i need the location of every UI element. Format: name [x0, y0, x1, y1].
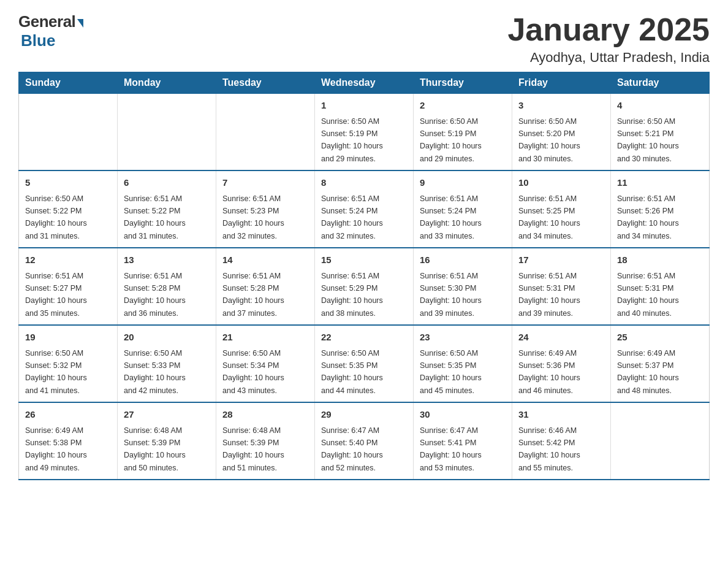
day-info: Sunrise: 6:50 AM Sunset: 5:35 PM Dayligh… — [321, 349, 383, 395]
column-header-saturday: Saturday — [611, 72, 710, 94]
day-info: Sunrise: 6:47 AM Sunset: 5:41 PM Dayligh… — [420, 426, 482, 472]
day-number: 27 — [124, 408, 210, 422]
day-info: Sunrise: 6:51 AM Sunset: 5:28 PM Dayligh… — [222, 272, 284, 318]
day-cell: 19Sunrise: 6:50 AM Sunset: 5:32 PM Dayli… — [19, 325, 118, 402]
day-cell: 26Sunrise: 6:49 AM Sunset: 5:38 PM Dayli… — [19, 402, 118, 480]
calendar-title: January 2025 — [507, 12, 710, 47]
day-cell: 24Sunrise: 6:49 AM Sunset: 5:36 PM Dayli… — [512, 325, 611, 402]
day-number: 1 — [321, 99, 407, 113]
day-cell: 16Sunrise: 6:51 AM Sunset: 5:30 PM Dayli… — [414, 248, 512, 325]
day-cell: 4Sunrise: 6:50 AM Sunset: 5:21 PM Daylig… — [611, 94, 710, 171]
day-cell: 27Sunrise: 6:48 AM Sunset: 5:39 PM Dayli… — [118, 402, 216, 480]
calendar-header-row: SundayMondayTuesdayWednesdayThursdayFrid… — [19, 72, 710, 94]
day-number: 12 — [25, 253, 111, 267]
logo-arrow-icon — [77, 19, 83, 28]
day-number: 20 — [124, 331, 210, 345]
day-cell: 18Sunrise: 6:51 AM Sunset: 5:31 PM Dayli… — [611, 248, 710, 325]
day-info: Sunrise: 6:50 AM Sunset: 5:32 PM Dayligh… — [25, 349, 87, 395]
day-info: Sunrise: 6:51 AM Sunset: 5:24 PM Dayligh… — [420, 194, 482, 240]
day-cell — [611, 402, 710, 480]
column-header-wednesday: Wednesday — [315, 72, 414, 94]
day-info: Sunrise: 6:47 AM Sunset: 5:40 PM Dayligh… — [321, 426, 383, 472]
day-number: 21 — [222, 331, 308, 345]
day-cell: 8Sunrise: 6:51 AM Sunset: 5:24 PM Daylig… — [315, 170, 414, 248]
day-number: 13 — [124, 253, 210, 267]
day-number: 3 — [518, 99, 604, 113]
day-number: 31 — [518, 408, 604, 422]
day-number: 22 — [321, 331, 407, 345]
week-row-5: 26Sunrise: 6:49 AM Sunset: 5:38 PM Dayli… — [19, 402, 710, 480]
day-cell: 25Sunrise: 6:49 AM Sunset: 5:37 PM Dayli… — [611, 325, 710, 402]
week-row-3: 12Sunrise: 6:51 AM Sunset: 5:27 PM Dayli… — [19, 248, 710, 325]
week-row-1: 1Sunrise: 6:50 AM Sunset: 5:19 PM Daylig… — [19, 94, 710, 171]
day-info: Sunrise: 6:50 AM Sunset: 5:19 PM Dayligh… — [420, 117, 482, 163]
day-info: Sunrise: 6:46 AM Sunset: 5:42 PM Dayligh… — [518, 426, 580, 472]
day-cell — [19, 94, 118, 171]
day-info: Sunrise: 6:50 AM Sunset: 5:20 PM Dayligh… — [518, 117, 580, 163]
day-info: Sunrise: 6:50 AM Sunset: 5:34 PM Dayligh… — [222, 349, 284, 395]
day-cell: 9Sunrise: 6:51 AM Sunset: 5:24 PM Daylig… — [414, 170, 512, 248]
day-cell: 5Sunrise: 6:50 AM Sunset: 5:22 PM Daylig… — [19, 170, 118, 248]
day-cell: 20Sunrise: 6:50 AM Sunset: 5:33 PM Dayli… — [118, 325, 216, 402]
day-number: 7 — [222, 176, 308, 190]
day-number: 11 — [617, 176, 703, 190]
day-info: Sunrise: 6:51 AM Sunset: 5:25 PM Dayligh… — [518, 194, 580, 240]
day-info: Sunrise: 6:51 AM Sunset: 5:30 PM Dayligh… — [420, 272, 482, 318]
day-number: 29 — [321, 408, 407, 422]
day-info: Sunrise: 6:49 AM Sunset: 5:37 PM Dayligh… — [617, 349, 679, 395]
column-header-thursday: Thursday — [414, 72, 512, 94]
day-cell: 10Sunrise: 6:51 AM Sunset: 5:25 PM Dayli… — [512, 170, 611, 248]
day-number: 19 — [25, 331, 111, 345]
column-header-monday: Monday — [118, 72, 216, 94]
day-cell — [118, 94, 216, 171]
day-number: 10 — [518, 176, 604, 190]
day-info: Sunrise: 6:51 AM Sunset: 5:29 PM Dayligh… — [321, 272, 383, 318]
day-number: 16 — [420, 253, 506, 267]
title-area: January 2025 Ayodhya, Uttar Pradesh, Ind… — [507, 12, 710, 66]
day-info: Sunrise: 6:51 AM Sunset: 5:22 PM Dayligh… — [124, 194, 186, 240]
day-info: Sunrise: 6:50 AM Sunset: 5:19 PM Dayligh… — [321, 117, 383, 163]
day-cell: 22Sunrise: 6:50 AM Sunset: 5:35 PM Dayli… — [315, 325, 414, 402]
day-cell: 30Sunrise: 6:47 AM Sunset: 5:41 PM Dayli… — [414, 402, 512, 480]
day-info: Sunrise: 6:48 AM Sunset: 5:39 PM Dayligh… — [124, 426, 186, 472]
day-cell: 17Sunrise: 6:51 AM Sunset: 5:31 PM Dayli… — [512, 248, 611, 325]
logo: General Blue — [18, 12, 83, 50]
day-cell: 6Sunrise: 6:51 AM Sunset: 5:22 PM Daylig… — [118, 170, 216, 248]
day-info: Sunrise: 6:51 AM Sunset: 5:27 PM Dayligh… — [25, 272, 87, 318]
day-number: 9 — [420, 176, 506, 190]
week-row-4: 19Sunrise: 6:50 AM Sunset: 5:32 PM Dayli… — [19, 325, 710, 402]
column-header-sunday: Sunday — [19, 72, 118, 94]
day-number: 28 — [222, 408, 308, 422]
day-number: 15 — [321, 253, 407, 267]
day-info: Sunrise: 6:51 AM Sunset: 5:31 PM Dayligh… — [518, 272, 580, 318]
day-number: 8 — [321, 176, 407, 190]
day-number: 30 — [420, 408, 506, 422]
day-info: Sunrise: 6:49 AM Sunset: 5:36 PM Dayligh… — [518, 349, 580, 395]
column-header-tuesday: Tuesday — [216, 72, 315, 94]
day-cell: 21Sunrise: 6:50 AM Sunset: 5:34 PM Dayli… — [216, 325, 315, 402]
logo-blue-text: Blue — [21, 31, 55, 50]
day-cell: 23Sunrise: 6:50 AM Sunset: 5:35 PM Dayli… — [414, 325, 512, 402]
day-info: Sunrise: 6:51 AM Sunset: 5:28 PM Dayligh… — [124, 272, 186, 318]
day-number: 23 — [420, 331, 506, 345]
day-info: Sunrise: 6:51 AM Sunset: 5:31 PM Dayligh… — [617, 272, 679, 318]
day-cell: 3Sunrise: 6:50 AM Sunset: 5:20 PM Daylig… — [512, 94, 611, 171]
calendar-table: SundayMondayTuesdayWednesdayThursdayFrid… — [18, 72, 710, 480]
day-cell: 29Sunrise: 6:47 AM Sunset: 5:40 PM Dayli… — [315, 402, 414, 480]
calendar-subtitle: Ayodhya, Uttar Pradesh, India — [507, 50, 710, 66]
day-cell: 12Sunrise: 6:51 AM Sunset: 5:27 PM Dayli… — [19, 248, 118, 325]
day-number: 25 — [617, 331, 703, 345]
day-number: 18 — [617, 253, 703, 267]
day-number: 26 — [25, 408, 111, 422]
day-cell: 2Sunrise: 6:50 AM Sunset: 5:19 PM Daylig… — [414, 94, 512, 171]
day-info: Sunrise: 6:50 AM Sunset: 5:22 PM Dayligh… — [25, 194, 87, 240]
day-number: 24 — [518, 331, 604, 345]
day-number: 2 — [420, 99, 506, 113]
day-info: Sunrise: 6:50 AM Sunset: 5:21 PM Dayligh… — [617, 117, 679, 163]
day-number: 4 — [617, 99, 703, 113]
day-info: Sunrise: 6:48 AM Sunset: 5:39 PM Dayligh… — [222, 426, 284, 472]
day-number: 5 — [25, 176, 111, 190]
day-number: 14 — [222, 253, 308, 267]
day-info: Sunrise: 6:51 AM Sunset: 5:23 PM Dayligh… — [222, 194, 284, 240]
day-number: 6 — [124, 176, 210, 190]
